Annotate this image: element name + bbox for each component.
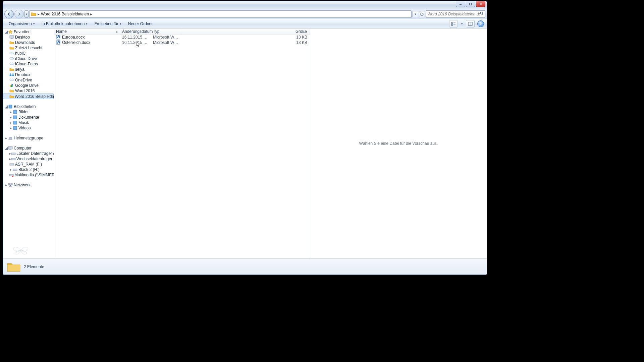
tree-seiya[interactable]: seiya [3,67,54,72]
star-icon [8,29,13,35]
navigation-tree[interactable]: ◢ Favoriten Desktop Downloads Zuletzt be… [3,28,54,258]
tree-documents[interactable]: ▸Dokumente [3,115,54,120]
search-input[interactable] [427,12,480,16]
tree-googledrive[interactable]: Google Drive [3,83,54,88]
tree-hubic[interactable]: hubiC [3,51,54,56]
svg-rect-15 [10,105,11,108]
command-toolbar: Organisieren▾ In Bibliothek aufnehmen▾ F… [3,19,487,28]
homegroup-icon [8,135,13,141]
folder-icon [9,88,14,94]
search-box[interactable] [426,10,485,18]
file-date: 16.11.2015 20:34 [120,40,151,45]
svg-rect-16 [11,105,12,108]
col-name[interactable]: Name▴ [54,28,120,34]
tree-drive-d[interactable]: ▸Wechseldatenträger (D:) [3,156,54,162]
svg-point-21 [9,137,10,138]
tree-favorites[interactable]: ◢ Favoriten [3,29,54,35]
tree-drive-c[interactable]: ▸Lokaler Datenträger (C:) [3,151,54,156]
svg-rect-6 [451,22,453,23]
tree-network[interactable]: ▸Netzwerk [3,182,54,188]
svg-rect-34 [9,186,11,187]
col-size-label: Größe [296,29,307,34]
status-text: 2 Elemente [24,264,44,269]
tree-drive-net-label: Multimedia (\\SIMMERING [14,173,54,177]
word-doc-icon: W [56,40,61,45]
view-mode-button[interactable] [449,20,458,27]
tree-drive-f[interactable]: ASR_RAM (F:) [3,162,54,167]
tree-downloads-label: Downloads [15,40,35,45]
close-button[interactable] [476,1,485,7]
library-icon [12,115,18,120]
cloud-icon [9,77,14,83]
tree-word2016bsp[interactable]: Word 2016 Beispieldateien [3,94,54,99]
tree-onedrive[interactable]: OneDrive [3,77,54,83]
tree-drive-d-label: Wechseldatenträger (D:) [16,157,54,161]
nav-history-dropdown[interactable]: ▾ [24,10,29,18]
svg-rect-26 [11,153,15,155]
tree-libraries[interactable]: ◢Bibliotheken [3,104,54,109]
svg-rect-32 [8,183,10,185]
preview-empty-text: Wählen Sie eine Datei für die Vorschau a… [359,141,438,146]
col-date[interactable]: Änderungsdatum [120,28,151,34]
minimize-button[interactable] [456,1,465,7]
file-date: 16.11.2015 20:34 [120,35,151,40]
view-mode-dropdown[interactable]: ▾ [460,20,464,27]
sort-indicator-icon: ▴ [116,30,118,33]
address-bar[interactable]: ▸ Word 2016 Beispieldateien ▸ [29,10,412,18]
tree-iclouddrive[interactable]: iCloud Drive [3,56,54,61]
maximize-button[interactable] [466,1,475,7]
file-row[interactable]: W Österreich.docx 16.11.2015 20:34 Micro… [54,40,310,45]
tree-downloads[interactable]: Downloads [3,40,54,45]
svg-rect-14 [9,105,10,108]
breadcrumb-separator-icon: ▸ [90,12,92,16]
svg-line-35 [9,185,10,186]
tree-documents-label: Dokumente [18,115,39,120]
file-row[interactable]: W Europa.docx 16.11.2015 20:34 Microsoft… [54,35,310,40]
tree-drive-net[interactable]: Multimedia (\\SIMMERING [3,172,54,178]
tree-pictures[interactable]: ▸Bilder [3,109,54,115]
status-bar: 2 Elemente [3,258,487,275]
refresh-button[interactable] [419,11,425,17]
breadcrumb-current[interactable]: Word 2016 Beispieldateien [41,12,89,16]
new-folder-button[interactable]: Neuer Ordner [125,20,156,27]
titlebar[interactable] [3,1,487,9]
tree-word2016[interactable]: Word 2016 [3,88,54,94]
file-type: Microsoft Word-D... [151,35,181,40]
share-button[interactable]: Freigeben für▾ [91,20,124,27]
svg-rect-12 [10,36,14,38]
tree-dropbox-label: Dropbox [15,72,30,77]
svg-line-5 [482,14,483,15]
tree-desktop[interactable]: Desktop [3,35,54,40]
column-headers: Name▴ Änderungsdatum Typ Größe [54,28,310,35]
file-type: Microsoft Word-D... [151,40,181,45]
file-list[interactable]: Name▴ Änderungsdatum Typ Größe W Europa.… [54,28,310,258]
tree-icloudfotos[interactable]: iCloud-Fotos [3,61,54,67]
library-icon [12,120,18,125]
help-button[interactable]: ? [477,20,484,27]
organize-button[interactable]: Organisieren▾ [6,20,38,27]
file-name: Österreich.docx [62,40,90,45]
tree-pictures-label: Bilder [18,110,29,114]
tree-recent[interactable]: Zuletzt besucht [3,45,54,51]
back-button[interactable] [4,10,14,18]
tree-homegroup[interactable]: ▸Heimnetzgruppe [3,135,54,141]
svg-point-4 [480,12,483,14]
tree-videos[interactable]: ▸Videos [3,125,54,131]
svg-rect-20 [13,126,17,130]
include-in-library-button[interactable]: In Bibliothek aufnehmen▾ [39,20,91,27]
col-size[interactable]: Größe [181,28,310,34]
tree-drive-h[interactable]: ▸Black 2 (H:) [3,167,54,172]
address-history-dropdown[interactable]: ▾ [412,11,418,17]
tree-onedrive-label: OneDrive [15,78,32,82]
svg-rect-27 [11,158,15,160]
col-type[interactable]: Typ [151,28,181,34]
tree-word2016bsp-label: Word 2016 Beispieldateien [15,94,54,99]
tree-computer[interactable]: ◢Computer [3,145,54,151]
preview-pane-button[interactable] [466,20,475,27]
tree-dropbox[interactable]: Dropbox [3,72,54,77]
new-folder-label: Neuer Ordner [128,21,153,26]
forward-button[interactable] [14,10,24,18]
tree-music[interactable]: ▸Musik [3,120,54,125]
file-name: Europa.docx [62,35,85,40]
googledrive-icon [9,83,14,88]
